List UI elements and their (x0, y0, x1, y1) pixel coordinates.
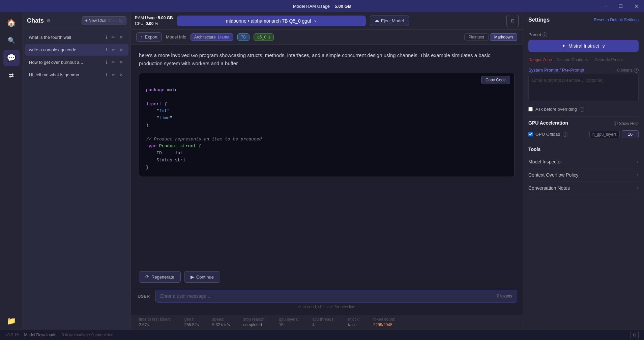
copy-code-button[interactable]: Copy Code (481, 76, 510, 84)
preset-chevron-icon: ∨ (602, 43, 605, 49)
user-input-row: USER Enter a user message ... 0 tokens (136, 290, 517, 303)
gpu-acceleration-title: GPU Acceleration (528, 120, 568, 126)
sidebar-header-right: + New Chat (Ctrl + N) (82, 16, 126, 25)
search-icon-btn[interactable]: 🔍 (3, 32, 20, 49)
minimize-button[interactable]: − (597, 0, 613, 12)
close-button[interactable]: ✕ (628, 0, 644, 12)
chat-item-icons: ℹ ✏ ✕ (105, 47, 124, 53)
chat-item-icons: ℹ ✏ ✕ (105, 72, 124, 78)
stat-speed: speed: 5.32 tok/s (212, 317, 230, 327)
chat-edit-icon[interactable]: ✏ (110, 59, 117, 66)
settings-header: Settings Reset to Default Settings (523, 12, 644, 28)
chat-delete-icon[interactable]: ✕ (118, 59, 124, 66)
quant-info-icon[interactable]: ℹ (268, 35, 270, 40)
gpu-offload-row: GPU Offload i n_gpu_layers 16 (528, 130, 639, 138)
preset-selector[interactable]: ✦ Mistral Instruct ∨ (528, 40, 639, 52)
preset-info-icon[interactable]: i (543, 32, 547, 37)
markdown-button[interactable]: Markdown (490, 33, 517, 41)
bottom-right-icon[interactable]: ⊡ (631, 331, 639, 339)
ask-override-info-icon[interactable]: i (580, 107, 584, 112)
n-gpu-layers-value[interactable]: 16 (622, 130, 639, 138)
chat-delete-icon[interactable]: ✕ (118, 47, 124, 53)
regenerate-button[interactable]: ⟳ Regenerate (139, 271, 181, 283)
chat-delete-icon[interactable]: ✕ (118, 34, 124, 41)
code-header: Copy Code (139, 73, 514, 87)
regenerate-icon: ⟳ (145, 274, 149, 280)
format-buttons: Plaintext Markdown (464, 33, 517, 41)
reset-to-default-button[interactable]: Reset to Default Settings (594, 18, 639, 22)
chat-item-icons: ℹ ✏ ✕ (105, 34, 124, 41)
gpu-offload-checkbox[interactable] (528, 132, 533, 136)
preset-label: Preset i (528, 32, 639, 37)
model-selector[interactable]: mlabonne • alphamonarch 7B Q5_0 gguf ∨ (177, 16, 366, 26)
show-help-button[interactable]: ⓘ Show Help (614, 121, 639, 127)
discard-changes-button[interactable]: Discard Changes (555, 57, 590, 63)
maximize-button[interactable]: □ (613, 0, 628, 12)
plaintext-button[interactable]: Plaintext (464, 33, 489, 41)
chat-delete-icon[interactable]: ✕ (118, 72, 124, 78)
eject-icon: ⏏ (375, 18, 379, 23)
export-icon: ↑ (141, 34, 143, 40)
top-bar: RAM Usage 5.00 GB CPU: 0.00 % mlabonne •… (131, 12, 523, 30)
home-icon-btn[interactable]: 🏠 (3, 15, 20, 31)
system-prompt-textarea[interactable] (528, 74, 639, 101)
divider-2 (528, 143, 639, 143)
ask-before-override-row: Ask before overriding i (528, 107, 639, 112)
gpu-offload-info-icon[interactable]: i (563, 132, 567, 137)
chat-message-text: here's a more involved Go program showca… (139, 51, 515, 68)
model-downloads-label: Model Downloads (24, 333, 56, 337)
chat-item[interactable]: what is the fourth wall ℹ ✏ ✕ (25, 31, 128, 43)
title-text: Model RAM Usage 5.00 GB (293, 4, 351, 9)
ask-before-override-checkbox[interactable] (528, 107, 533, 111)
titlebar: Model RAM Usage 5.00 GB − □ ✕ (0, 0, 644, 12)
conversation-notes-chevron: › (637, 185, 639, 191)
chat-list: what is the fourth wall ℹ ✏ ✕ write a co… (23, 28, 130, 329)
gpu-offload-label: GPU Offload (535, 132, 560, 137)
chevron-down-icon: ∨ (314, 19, 317, 23)
user-input-box[interactable]: Enter a user message ... 0 tokens (155, 290, 517, 303)
new-chat-button[interactable]: + New Chat (Ctrl + N) (82, 16, 126, 25)
sidebar-gear-icon[interactable]: ⚙ (47, 18, 51, 23)
chat-item[interactable]: Hi, tell me what is gemma ℹ ✏ ✕ (25, 69, 128, 81)
eject-model-button[interactable]: ⏏ Eject Model (370, 16, 409, 26)
settings-body: Preset i ✦ Mistral Instruct ∨ Danger Zon… (523, 28, 644, 329)
arrows-icon-btn[interactable]: ⇄ (3, 68, 20, 84)
stat-gen-t: gen t: 255.52s (184, 317, 199, 327)
system-prompt-info-icon[interactable]: i (634, 68, 639, 73)
downloads-status: 0 downloading • 0 completed (62, 333, 114, 337)
sidebar: Chats ⚙ + New Chat (Ctrl + N) what is th… (23, 12, 131, 329)
n-gpu-layers-label: n_gpu_layers (589, 131, 620, 138)
chat-item[interactable]: write a complex go code ℹ ✏ ✕ (25, 44, 128, 56)
sidebar-toggle-icon[interactable]: ⊡ (506, 15, 519, 27)
ask-before-override-label: Ask before overriding (535, 107, 577, 112)
chat-edit-icon[interactable]: ✏ (110, 72, 117, 78)
conversation-notes-row[interactable]: Conversation Notes › (528, 182, 639, 195)
override-preset-button[interactable]: Override Preset (592, 57, 625, 63)
version-label: v0.2.16 (5, 333, 19, 337)
chat-item[interactable]: How to get over burnout a... ℹ ✏ ✕ (25, 56, 128, 68)
chat-info-icon[interactable]: ℹ (105, 72, 109, 78)
model-inspector-row[interactable]: Model Inspector › (528, 155, 639, 168)
chat-info-icon[interactable]: ℹ (105, 47, 109, 53)
bottom-bar: v0.2.16 Model Downloads 0 downloading • … (0, 329, 644, 340)
chat-icon-btn[interactable]: 💬 (3, 50, 20, 66)
sidebar-header: Chats ⚙ + New Chat (Ctrl + N) (23, 12, 130, 28)
continue-button[interactable]: ▶ Continue (184, 271, 220, 283)
preset-star-icon: ✦ (562, 43, 566, 49)
quant-badge: q5_0 ℹ (254, 33, 274, 41)
stat-stop-reason: stop reason: completed (243, 317, 265, 327)
preset-setting: Preset i ✦ Mistral Instruct ∨ (528, 32, 639, 52)
chat-info-icon[interactable]: ℹ (105, 34, 109, 41)
model-inspector-chevron: › (637, 159, 639, 165)
folder-icon-btn[interactable]: 📁 (3, 313, 20, 329)
chat-edit-icon[interactable]: ✏ (110, 47, 117, 53)
main-layout: 🏠 🔍 💬 ⇄ 📁 Chats ⚙ + New Chat (Ctrl + N) … (0, 12, 644, 329)
context-overflow-row[interactable]: Context Overflow Policy › (528, 168, 639, 182)
context-overflow-chevron: › (637, 172, 639, 178)
user-input-placeholder: Enter a user message ... (160, 293, 212, 299)
stat-cpu-threads: cpu threads: 4 (312, 317, 334, 327)
tools-title: Tools (528, 147, 639, 152)
chat-info-icon[interactable]: ℹ (105, 59, 109, 66)
chat-edit-icon[interactable]: ✏ (110, 34, 117, 41)
export-button[interactable]: ↑ Export (136, 32, 162, 42)
